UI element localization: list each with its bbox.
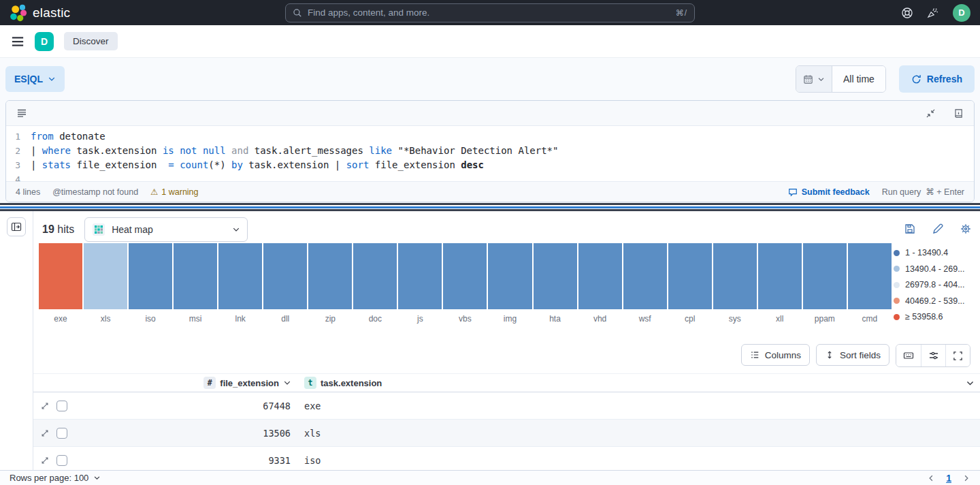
heatmap-column: iso bbox=[129, 243, 172, 324]
user-avatar[interactable]: D bbox=[953, 4, 970, 22]
row-checkbox[interactable] bbox=[56, 455, 67, 466]
grid-display-group bbox=[896, 344, 970, 367]
heatmap-cell-xls[interactable] bbox=[84, 243, 127, 309]
warning-button[interactable]: ⚠ 1 warning bbox=[150, 187, 198, 197]
refresh-label: Refresh bbox=[927, 74, 962, 84]
heatmap-cell-js[interactable] bbox=[398, 243, 442, 309]
heatmap-category-label: ppam bbox=[803, 314, 847, 324]
cell-task-extension: xls bbox=[297, 428, 980, 439]
toggle-sidebar-button[interactable] bbox=[7, 217, 26, 236]
grid-footer: Rows per page: 100 1 bbox=[0, 470, 980, 485]
collapse-icon bbox=[926, 108, 936, 119]
space-avatar[interactable]: D bbox=[35, 32, 54, 51]
editor-lines-menu-button[interactable] bbox=[16, 108, 27, 119]
refresh-button[interactable]: Refresh bbox=[899, 65, 975, 93]
heatmap-category-label: img bbox=[488, 314, 532, 324]
calendar-icon bbox=[803, 74, 813, 84]
cell-task-extension: exe bbox=[297, 401, 980, 411]
fullscreen-button[interactable] bbox=[945, 345, 970, 366]
sort-vertical-icon bbox=[825, 350, 834, 360]
column-header-file-extension[interactable]: # file_extension bbox=[75, 377, 297, 389]
rows-per-page-button[interactable]: Rows per page: 100 bbox=[10, 473, 101, 483]
heatmap-cell-lnk[interactable] bbox=[218, 243, 262, 309]
heatmap-category-label: msi bbox=[174, 314, 217, 324]
chart-settings-button[interactable] bbox=[960, 223, 971, 234]
hamburger-menu-icon bbox=[11, 35, 24, 48]
panel-resizer[interactable] bbox=[0, 203, 980, 211]
legend-item[interactable]: ≥ 53958.6 bbox=[894, 312, 978, 322]
row-checkbox[interactable] bbox=[56, 401, 67, 411]
heatmap-cell-iso[interactable] bbox=[129, 243, 172, 309]
visualization-type-select[interactable]: Heat map bbox=[84, 217, 248, 242]
run-query-button[interactable]: Run query ⌘ + Enter bbox=[882, 187, 964, 197]
next-page-button[interactable] bbox=[962, 474, 970, 482]
help-lifering-icon bbox=[901, 7, 913, 19]
global-search-input[interactable] bbox=[308, 7, 670, 18]
expand-row-icon[interactable] bbox=[40, 428, 50, 438]
esql-editor: 1from detonate2| where task.extension is… bbox=[5, 100, 975, 202]
date-picker-button[interactable] bbox=[796, 66, 832, 92]
columns-button[interactable]: Columns bbox=[741, 344, 810, 366]
time-range-button[interactable]: All time bbox=[832, 66, 885, 92]
heatmap-cell-doc[interactable] bbox=[353, 243, 397, 309]
heatmap-cell-img[interactable] bbox=[488, 243, 532, 309]
expand-row-icon[interactable] bbox=[40, 401, 50, 411]
expand-row-icon[interactable] bbox=[40, 456, 50, 465]
edit-visualization-button[interactable] bbox=[932, 223, 943, 234]
heatmap-cell-cmd[interactable] bbox=[848, 243, 892, 309]
legend-item[interactable]: 40469.2 - 539... bbox=[894, 296, 978, 306]
display-options-button[interactable] bbox=[921, 345, 945, 366]
esql-mode-label: ES|QL bbox=[14, 74, 43, 84]
code-line: 1from detonate bbox=[6, 129, 974, 144]
row-checkbox[interactable] bbox=[56, 428, 67, 439]
help-button[interactable] bbox=[901, 7, 913, 19]
main-menu-button[interactable] bbox=[11, 35, 24, 48]
submit-feedback-button[interactable]: Submit feedback bbox=[788, 187, 870, 197]
heatmap-cell-hta[interactable] bbox=[534, 243, 577, 309]
legend-item[interactable]: 1 - 13490.4 bbox=[894, 248, 978, 257]
sort-fields-button[interactable]: Sort fields bbox=[816, 344, 889, 366]
global-header: elastic ⌘/ D bbox=[0, 0, 980, 25]
legend-item[interactable]: 26979.8 - 404... bbox=[894, 280, 978, 290]
keyboard-shortcuts-button[interactable] bbox=[896, 345, 921, 366]
heatmap-cell-msi[interactable] bbox=[174, 243, 217, 309]
legend-item[interactable]: 13490.4 - 269... bbox=[894, 264, 978, 274]
results-header: 19 hits Heat map bbox=[33, 211, 980, 242]
heatmap-cell-vhd[interactable] bbox=[578, 243, 622, 309]
heatmap-cell-cpl[interactable] bbox=[668, 243, 712, 309]
documentation-button[interactable] bbox=[953, 108, 964, 119]
header-row-options-button[interactable] bbox=[966, 379, 975, 388]
cell-task-extension: iso bbox=[297, 455, 980, 466]
heatmap-cell-dll[interactable] bbox=[263, 243, 307, 309]
esql-code-input[interactable]: 1from detonate2| where task.extension is… bbox=[6, 126, 974, 181]
global-search-box[interactable]: ⌘/ bbox=[285, 3, 695, 22]
heatmap-cell-xll[interactable] bbox=[758, 243, 802, 309]
line-number: 1 bbox=[6, 129, 31, 144]
page-number-button[interactable]: 1 bbox=[946, 473, 951, 484]
table-header: # file_extension t task.extension bbox=[33, 373, 980, 392]
tab-discover[interactable]: Discover bbox=[64, 32, 118, 50]
elastic-logo[interactable]: elastic bbox=[10, 4, 70, 22]
collapse-editor-button[interactable] bbox=[926, 108, 936, 119]
query-bar: ES|QL All time bbox=[0, 58, 980, 93]
hits-count: 19 hits bbox=[42, 223, 74, 236]
legend-label: 13490.4 - 269... bbox=[905, 264, 965, 274]
whats-new-button[interactable] bbox=[927, 7, 939, 19]
chevron-down-icon bbox=[48, 75, 56, 83]
heatmap-cell-sys[interactable] bbox=[713, 243, 757, 309]
column-header-task-extension[interactable]: t task.extension bbox=[297, 377, 980, 389]
heatmap-cell-wsf[interactable] bbox=[623, 243, 667, 309]
heatmap-cell-zip[interactable] bbox=[308, 243, 352, 309]
column-label-file-extension: file_extension bbox=[220, 378, 279, 388]
heatmap-column: img bbox=[488, 243, 532, 324]
save-visualization-button[interactable] bbox=[904, 223, 915, 234]
chevron-down-icon bbox=[966, 379, 975, 388]
heatmap-cell-exe[interactable] bbox=[39, 243, 82, 309]
heatmap-cell-ppam[interactable] bbox=[803, 243, 847, 309]
heatmap-cell-vbs[interactable] bbox=[443, 243, 487, 309]
chevron-right-icon bbox=[962, 474, 970, 482]
previous-page-button[interactable] bbox=[927, 474, 935, 482]
heatmap-category-label: sys bbox=[713, 314, 757, 324]
esql-mode-button[interactable]: ES|QL bbox=[5, 66, 65, 92]
heatmap-column: hta bbox=[534, 243, 577, 324]
